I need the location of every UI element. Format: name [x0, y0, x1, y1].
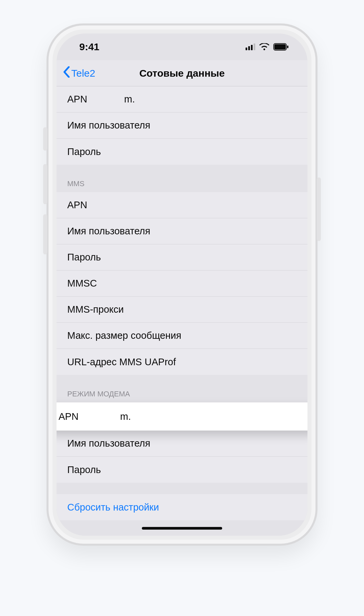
field-label: APN [59, 411, 120, 422]
row-mms-apn[interactable]: APN [57, 192, 307, 218]
row-modem-password[interactable]: Пароль [57, 457, 307, 483]
field-label: Пароль [67, 464, 297, 475]
back-label: Tele2 [71, 68, 95, 79]
row-mms-maxsize[interactable]: Макс. размер сообщения [57, 323, 307, 349]
nav-bar: Tele2 Сотовые данные [57, 60, 307, 86]
field-label: Пароль [67, 146, 297, 157]
reset-settings-button[interactable]: Сбросить настройки [57, 494, 307, 520]
field-label: MMS-прокси [67, 304, 297, 315]
volume-up-button [43, 164, 47, 204]
field-value: m. [124, 94, 297, 105]
row-mms-username[interactable]: Имя пользователя [57, 218, 307, 244]
row-mms-proxy[interactable]: MMS-прокси [57, 297, 307, 323]
field-label: URL-адрес MMS UAProf [67, 357, 297, 368]
wifi-icon [259, 43, 269, 51]
chevron-left-icon [63, 66, 70, 80]
group-mms: APN Имя пользователя Пароль MMSC MMS-про… [57, 192, 307, 375]
spacer [57, 483, 307, 494]
field-label: Имя пользователя [67, 120, 297, 131]
group-modem: APN m. Имя пользователя Пароль [57, 402, 307, 483]
field-label: Имя пользователя [67, 438, 297, 449]
row-modem-apn[interactable]: APN m. [57, 402, 307, 431]
field-label: APN [67, 94, 124, 105]
group-header-modem: РЕЖИМ МОДЕМА [57, 375, 307, 402]
settings-content[interactable]: APN m. Имя пользователя Пароль MMS APN И… [57, 86, 307, 536]
home-indicator[interactable] [142, 527, 222, 530]
battery-icon [273, 43, 289, 51]
group-header-mms: MMS [57, 165, 307, 192]
row-modem-username[interactable]: Имя пользователя [57, 431, 307, 457]
back-button[interactable]: Tele2 [63, 66, 95, 80]
cellular-signal-icon [246, 44, 255, 50]
field-label: Макс. размер сообщения [67, 330, 297, 341]
row-cellular-username[interactable]: Имя пользователя [57, 112, 307, 139]
row-mms-mmsc[interactable]: MMSC [57, 271, 307, 297]
svg-rect-1 [274, 44, 286, 50]
phone-frame: 9:41 Tele2 Сотовые данные [47, 23, 317, 546]
power-button [317, 177, 321, 241]
group-reset: Сбросить настройки [57, 494, 307, 520]
status-time: 9:41 [79, 41, 99, 53]
mute-switch [43, 127, 47, 151]
status-bar: 9:41 [57, 33, 307, 60]
row-cellular-apn[interactable]: APN m. [57, 86, 307, 112]
svg-rect-2 [287, 46, 288, 48]
field-label: MMSC [67, 278, 297, 289]
status-icons [246, 43, 289, 51]
volume-down-button [43, 214, 47, 254]
row-mms-uaprof[interactable]: URL-адрес MMS UAProf [57, 349, 307, 375]
field-value: m. [120, 411, 305, 422]
field-label: APN [67, 200, 297, 211]
row-mms-password[interactable]: Пароль [57, 244, 307, 271]
screen: 9:41 Tele2 Сотовые данные [57, 33, 307, 536]
field-label: Имя пользователя [67, 226, 297, 237]
row-cellular-password[interactable]: Пароль [57, 139, 307, 165]
field-label: Пароль [67, 252, 297, 263]
reset-label: Сбросить настройки [67, 502, 159, 513]
group-cellular-data: APN m. Имя пользователя Пароль [57, 86, 307, 165]
